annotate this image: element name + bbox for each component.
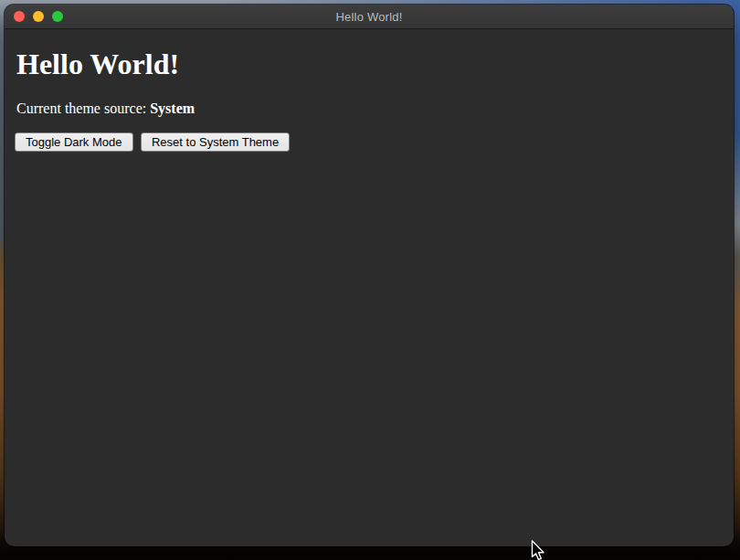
traffic-lights (14, 5, 63, 28)
page-heading: Hello World! (16, 48, 726, 81)
titlebar[interactable]: Hello World! (5, 5, 734, 29)
button-row: Toggle Dark Mode Reset to System Theme (15, 132, 726, 152)
toggle-dark-mode-button[interactable]: Toggle Dark Mode (15, 132, 133, 152)
app-window: Hello World! Hello World! Current theme … (5, 5, 734, 546)
close-button[interactable] (14, 11, 25, 22)
zoom-button[interactable] (52, 11, 63, 22)
reset-to-system-theme-button[interactable]: Reset to System Theme (141, 132, 290, 152)
window-content: Hello World! Current theme source: Syste… (5, 48, 734, 152)
theme-status: Current theme source: System (16, 100, 726, 117)
theme-status-value: System (150, 100, 195, 116)
desktop: Hello World! Hello World! Current theme … (0, 0, 740, 560)
minimize-button[interactable] (33, 11, 44, 22)
theme-status-label: Current theme source: (16, 100, 150, 116)
window-title: Hello World! (336, 10, 403, 24)
